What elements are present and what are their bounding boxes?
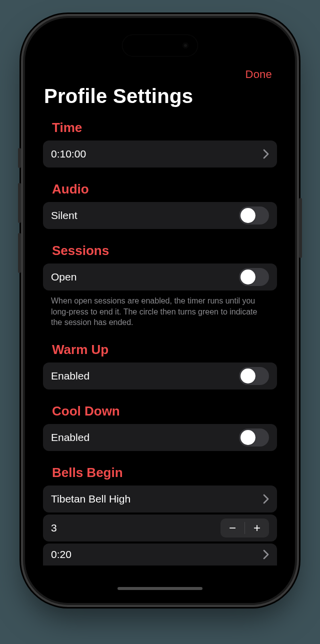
- row-time[interactable]: 0:10:00: [43, 140, 277, 168]
- screen: Done Profile Settings Time 0:10:00 A: [32, 25, 288, 596]
- bells-sound-value: Tibetan Bell High: [51, 493, 130, 505]
- silence-switch: [18, 148, 21, 168]
- section-audio: Audio Silent: [43, 182, 277, 229]
- section-title-time: Time: [43, 120, 277, 136]
- section-time: Time 0:10:00: [43, 120, 277, 168]
- settings-list[interactable]: Time 0:10:00 Audio Silent: [43, 120, 277, 596]
- warmup-enabled-label: Enabled: [51, 370, 90, 382]
- power-button: [299, 198, 302, 258]
- row-cooldown-enabled: Enabled: [43, 424, 277, 451]
- section-warmup: Warm Up Enabled: [43, 342, 277, 390]
- sessions-open-toggle[interactable]: [239, 268, 269, 286]
- time-value: 0:10:00: [51, 148, 86, 160]
- section-title-cooldown: Cool Down: [43, 404, 277, 419]
- row-bells-interval[interactable]: 0:20: [43, 544, 277, 566]
- cooldown-enabled-toggle[interactable]: [239, 428, 269, 446]
- audio-silent-label: Silent: [51, 210, 78, 222]
- chevron-right-icon: [263, 149, 269, 159]
- audio-silent-toggle[interactable]: [239, 206, 269, 224]
- stepper-plus-button[interactable]: +: [245, 518, 269, 538]
- section-cooldown: Cool Down Enabled: [43, 404, 277, 451]
- row-bells-count: 3 − +: [43, 514, 277, 542]
- bells-interval-value: 0:20: [51, 548, 72, 560]
- row-warmup-enabled: Enabled: [43, 362, 277, 390]
- volume-up-button: [18, 183, 21, 223]
- content: Done Profile Settings Time 0:10:00 A: [32, 25, 288, 596]
- cooldown-enabled-label: Enabled: [51, 432, 90, 444]
- chevron-right-icon: [263, 494, 269, 504]
- section-bells-begin: Bells Begin Tibetan Bell High 3 − +: [43, 465, 277, 566]
- section-title-bells-begin: Bells Begin: [43, 465, 277, 480]
- page-title: Profile Settings: [43, 85, 277, 108]
- row-sessions-open: Open: [43, 264, 277, 290]
- done-button[interactable]: Done: [246, 68, 272, 81]
- bells-count-stepper: − +: [220, 518, 269, 538]
- bells-count-value: 3: [51, 522, 57, 534]
- chevron-right-icon: [263, 550, 269, 560]
- stepper-minus-button[interactable]: −: [220, 518, 244, 538]
- warmup-enabled-toggle[interactable]: [239, 367, 269, 385]
- section-sessions: Sessions Open When open sessions are ena…: [43, 243, 277, 328]
- device-frame: Done Profile Settings Time 0:10:00 A: [25, 18, 295, 603]
- dynamic-island: [122, 35, 198, 56]
- section-title-warmup: Warm Up: [43, 342, 277, 358]
- row-bells-sound[interactable]: Tibetan Bell High: [43, 486, 277, 512]
- section-title-audio: Audio: [43, 182, 277, 197]
- volume-down-button: [18, 233, 21, 273]
- sessions-open-label: Open: [51, 271, 76, 283]
- row-audio-silent: Silent: [43, 202, 277, 229]
- section-title-sessions: Sessions: [43, 243, 277, 258]
- home-indicator[interactable]: [118, 587, 202, 590]
- sessions-footer-note: When open sessions are enabled, the time…: [43, 290, 277, 328]
